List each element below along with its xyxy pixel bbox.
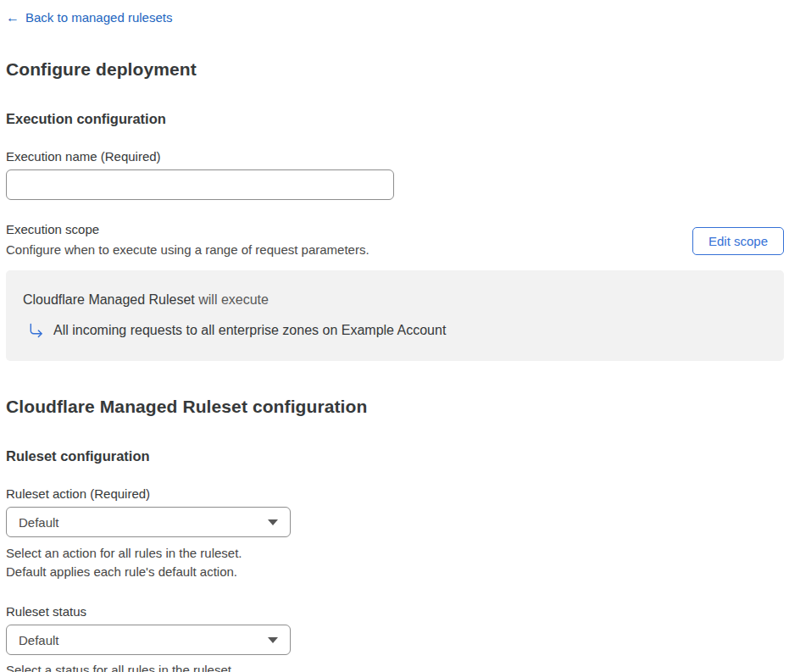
ruleset-status-selected-value: Default <box>19 633 59 647</box>
configure-deployment-page: ← Back to managed rulesets Configure dep… <box>0 0 789 672</box>
ruleset-status-label: Ruleset status <box>6 604 784 619</box>
edit-scope-button[interactable]: Edit scope <box>692 227 784 255</box>
caret-down-icon <box>268 637 278 643</box>
execution-name-label: Execution name (Required) <box>6 149 784 164</box>
ruleset-configuration-heading: Ruleset configuration <box>6 448 784 464</box>
execution-configuration-heading: Execution configuration <box>6 111 784 127</box>
caret-down-icon <box>268 519 278 525</box>
scope-ruleset-name: Cloudflare Managed Ruleset <box>23 292 195 307</box>
left-arrow-icon: ← <box>6 11 19 25</box>
ruleset-configuration-title: Cloudflare Managed Ruleset configuration <box>6 397 784 417</box>
page-title: Configure deployment <box>6 59 784 80</box>
execution-scope-text: Execution scope Configure when to execut… <box>6 222 692 257</box>
back-link-label: Back to managed rulesets <box>25 10 172 25</box>
execution-name-input[interactable] <box>6 169 394 200</box>
ruleset-action-label: Ruleset action (Required) <box>6 486 784 501</box>
scope-will-execute: will execute <box>195 292 269 307</box>
execution-scope-label: Execution scope <box>6 222 692 236</box>
scope-summary-line2: All incoming requests to all enterprise … <box>28 322 767 338</box>
scope-summary-value: All incoming requests to all enterprise … <box>53 323 446 338</box>
ruleset-action-help: Select an action for all rules in the ru… <box>6 544 784 581</box>
down-right-arrow-icon <box>28 322 44 338</box>
back-to-managed-rulesets-link[interactable]: ← Back to managed rulesets <box>6 10 172 25</box>
ruleset-action-select[interactable]: Default <box>6 507 291 537</box>
scope-summary-panel: Cloudflare Managed Ruleset will execute … <box>6 270 784 361</box>
ruleset-action-help-line1: Select an action for all rules in the ru… <box>6 544 784 563</box>
ruleset-status-help: Select a status for all rules in the rul… <box>6 661 784 672</box>
ruleset-action-selected-value: Default <box>19 515 59 530</box>
ruleset-status-select[interactable]: Default <box>6 625 291 655</box>
ruleset-action-help-line2: Default applies each rule's default acti… <box>6 563 784 581</box>
breadcrumb: ← Back to managed rulesets <box>6 10 784 25</box>
execution-scope-row: Execution scope Configure when to execut… <box>6 222 784 257</box>
execution-scope-description: Configure when to execute using a range … <box>6 242 692 257</box>
scope-summary-line1: Cloudflare Managed Ruleset will execute <box>23 292 767 308</box>
